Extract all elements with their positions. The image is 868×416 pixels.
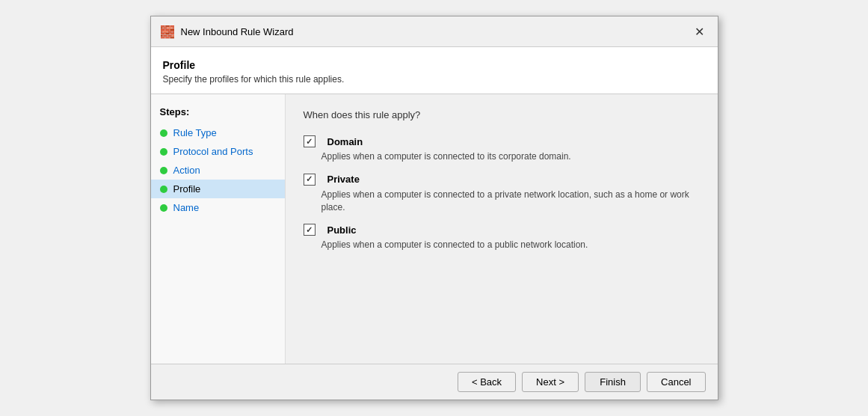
- page-subtitle: Specify the profiles for which this rule…: [163, 74, 706, 85]
- checkbox-public[interactable]: ✓: [304, 224, 316, 236]
- sidebar-item-profile[interactable]: Profile: [151, 180, 285, 198]
- title-bar-left: 🧱 New Inbound Rule Wizard: [160, 24, 294, 39]
- option-name-public: Public: [327, 224, 357, 236]
- step-label-profile: Profile: [173, 183, 201, 195]
- checkbox-domain-wrapper: ✓: [304, 135, 316, 147]
- step-dot-profile: [160, 186, 167, 193]
- wizard-icon: 🧱: [160, 24, 175, 39]
- next-button[interactable]: Next >: [522, 372, 579, 392]
- step-dot-action: [160, 167, 167, 174]
- step-dot-rule-type: [160, 129, 167, 137]
- checkbox-domain[interactable]: ✓: [304, 135, 316, 147]
- option-header-public: ✓ Public: [304, 224, 700, 236]
- step-label-rule-type: Rule Type: [173, 127, 217, 138]
- finish-button[interactable]: Finish: [585, 372, 641, 392]
- option-desc-private: Applies when a computer is connected to …: [321, 189, 700, 214]
- sidebar-item-name[interactable]: Name: [151, 198, 285, 217]
- dialog-title: New Inbound Rule Wizard: [181, 26, 294, 37]
- step-label-protocol-ports: Protocol and Ports: [173, 146, 253, 157]
- cancel-button[interactable]: Cancel: [647, 372, 705, 392]
- step-dot-name: [160, 204, 167, 212]
- option-desc-domain: Applies when a computer is connected to …: [321, 150, 700, 163]
- title-bar: 🧱 New Inbound Rule Wizard ✕: [151, 16, 718, 47]
- sidebar-item-action[interactable]: Action: [151, 161, 285, 180]
- footer: < Back Next > Finish Cancel: [151, 364, 718, 400]
- checkmark-public: ✓: [306, 225, 313, 235]
- option-group-public: ✓ Public Applies when a computer is conn…: [304, 224, 700, 251]
- option-header-private: ✓ Private: [304, 174, 700, 186]
- option-group-private: ✓ Private Applies when a computer is con…: [304, 174, 700, 214]
- checkbox-private-wrapper: ✓: [304, 174, 316, 186]
- option-desc-public: Applies when a computer is connected to …: [321, 239, 700, 251]
- step-label-action: Action: [173, 165, 200, 176]
- steps-label: Steps:: [151, 103, 285, 123]
- option-name-private: Private: [327, 174, 360, 185]
- checkbox-private[interactable]: ✓: [304, 174, 316, 186]
- main-panel: When does this rule apply? ✓ Domain Appl…: [286, 94, 718, 364]
- checkmark-domain: ✓: [306, 137, 313, 147]
- checkmark-private: ✓: [306, 174, 313, 184]
- close-button[interactable]: ✕: [691, 22, 709, 40]
- steps-panel: Steps: Rule Type Protocol and Ports Acti…: [151, 94, 286, 364]
- step-dot-protocol-ports: [160, 148, 167, 156]
- header-section: Profile Specify the profiles for which t…: [151, 47, 718, 94]
- checkbox-public-wrapper: ✓: [304, 224, 316, 236]
- content-area: Steps: Rule Type Protocol and Ports Acti…: [151, 94, 718, 364]
- question-text: When does this rule apply?: [304, 109, 700, 120]
- option-group-domain: ✓ Domain Applies when a computer is conn…: [304, 135, 700, 163]
- sidebar-item-protocol-ports[interactable]: Protocol and Ports: [151, 142, 285, 161]
- sidebar-item-rule-type[interactable]: Rule Type: [151, 123, 285, 142]
- back-button[interactable]: < Back: [458, 372, 516, 392]
- dialog-window: 🧱 New Inbound Rule Wizard ✕ Profile Spec…: [150, 16, 718, 400]
- step-label-name: Name: [173, 202, 200, 213]
- option-name-domain: Domain: [327, 136, 363, 147]
- option-header-domain: ✓ Domain: [304, 135, 700, 147]
- page-title: Profile: [163, 59, 706, 71]
